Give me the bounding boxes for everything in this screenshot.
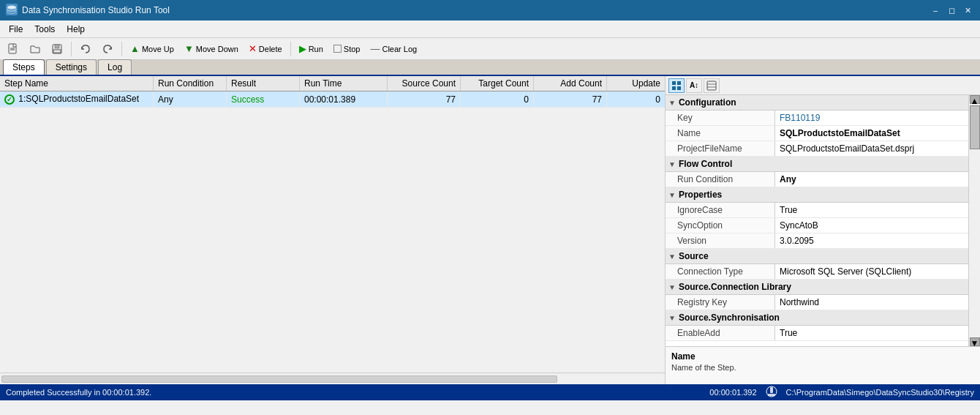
props-row-key: Key FB110119 <box>666 111 980 126</box>
restore-button[interactable]: ◻ <box>945 4 958 17</box>
toolbar-save-button[interactable] <box>47 41 67 57</box>
delete-button[interactable]: ✕ Delete <box>244 41 287 56</box>
props-row-run-condition: Run Condition Any <box>666 172 980 187</box>
col-header-runtime: Run Time <box>300 76 388 91</box>
props-row-version: Version 3.0.2095 <box>666 233 980 249</box>
run-button[interactable]: ▶ Run <box>295 41 328 56</box>
svg-rect-11 <box>677 81 681 85</box>
props-row-syncoption: SyncOption SyncAtoB <box>666 218 980 233</box>
props-info-panel: Name Name of the Step. <box>666 346 980 384</box>
svg-rect-19 <box>768 394 775 396</box>
props-vscrollbar[interactable]: ▲ ▼ <box>968 95 980 346</box>
row-runtime: 00:00:01.389 <box>300 92 388 107</box>
status-icon <box>766 386 777 399</box>
row-update: 0 <box>607 92 665 107</box>
status-time: 00:00:01.392 <box>709 388 756 397</box>
minimize-button[interactable]: – <box>929 4 942 17</box>
props-table: ▼ Configuration Key FB110119 Name SQLPro… <box>666 95 980 346</box>
hscroll-thumb[interactable] <box>1 375 557 383</box>
toolbar-redo-button[interactable] <box>97 41 118 57</box>
chevron-down-icon: ▼ <box>668 253 676 261</box>
col-header-result: Result <box>227 76 300 91</box>
props-sort-button[interactable]: A↕ <box>686 78 702 93</box>
chevron-down-icon: ▼ <box>668 191 676 199</box>
close-button[interactable]: ✕ <box>961 4 974 17</box>
props-row-connection-type: Connection Type Microsoft SQL Server (SQ… <box>666 264 980 280</box>
tab-steps[interactable]: Steps <box>3 59 45 75</box>
menu-file[interactable]: File <box>3 23 29 36</box>
menu-tools[interactable]: Tools <box>29 23 61 36</box>
tab-settings[interactable]: Settings <box>46 59 97 75</box>
col-header-add: Add Count <box>534 76 607 91</box>
props-section-properties[interactable]: ▼ Properties <box>666 187 980 203</box>
table-body: ✓ 1:SQLProductstoEmailDataSet Any Succes… <box>0 91 665 373</box>
col-header-target: Target Count <box>461 76 534 91</box>
table-row[interactable]: ✓ 1:SQLProductstoEmailDataSet Any Succes… <box>0 91 665 108</box>
props-section-source-connection-library[interactable]: ▼ Source.Connection Library <box>666 280 980 295</box>
status-bar: Completed Successfully in 00:00:01.392. … <box>0 384 980 400</box>
menu-help[interactable]: Help <box>61 23 91 36</box>
col-header-condition: Run Condition <box>154 76 227 91</box>
status-path: C:\ProgramData\Simego\DataSyncStudio30\R… <box>786 388 974 397</box>
clear-log-button[interactable]: — Clear Log <box>366 41 421 56</box>
row-target: 0 <box>461 92 534 107</box>
chevron-down-icon: ▼ <box>668 314 676 322</box>
col-header-update: Update <box>607 76 666 91</box>
toolbar-sep-2 <box>121 42 122 56</box>
toolbar-new-button[interactable] <box>3 41 23 57</box>
row-condition: Any <box>154 92 227 107</box>
toolbar-sep-1 <box>71 42 72 56</box>
props-section-flow-control[interactable]: ▼ Flow Control <box>666 157 980 172</box>
status-right: 00:00:01.392 C:\ProgramData\Simego\DataS… <box>709 386 974 399</box>
props-categorized-button[interactable] <box>668 78 685 93</box>
row-add: 77 <box>534 92 607 107</box>
svg-rect-9 <box>53 50 61 53</box>
svg-rect-14 <box>707 81 716 90</box>
props-toolbar: A↕ <box>666 76 980 95</box>
svg-rect-18 <box>770 387 773 393</box>
props-info-title: Name <box>671 351 974 362</box>
toolbar: ▲ Move Up ▼ Move Down ✕ Delete ▶ Run Sto… <box>0 38 980 60</box>
table-header: Step Name Run Condition Result Run Time … <box>0 76 665 91</box>
svg-rect-10 <box>672 81 676 85</box>
props-info-description: Name of the Step. <box>671 363 974 372</box>
row-result: Success <box>227 92 300 107</box>
stop-button[interactable]: Stop <box>329 42 365 56</box>
props-pages-button[interactable] <box>704 78 720 93</box>
row-source: 77 <box>388 92 461 107</box>
menu-bar: File Tools Help <box>0 20 980 38</box>
svg-rect-13 <box>677 86 681 90</box>
tabs-bar: Steps Settings Log <box>0 60 980 76</box>
svg-rect-12 <box>672 86 676 90</box>
properties-panel: A↕ ▼ Configuration Key FB110119 Name SQL… <box>666 76 980 384</box>
props-row-name: Name SQLProductstoEmailDataSet <box>666 126 980 141</box>
tab-log[interactable]: Log <box>98 59 132 75</box>
horizontal-scrollbar[interactable] <box>0 373 665 384</box>
props-section-configuration[interactable]: ▼ Configuration <box>666 95 980 111</box>
success-icon: ✓ <box>4 94 15 105</box>
props-row-ignorecase: IgnoreCase True <box>666 203 980 218</box>
chevron-down-icon: ▼ <box>668 283 676 291</box>
toolbar-sep-3 <box>290 42 291 56</box>
row-name: ✓ 1:SQLProductstoEmailDataSet <box>0 91 154 107</box>
props-section-source[interactable]: ▼ Source <box>666 249 980 264</box>
props-row-enableadd: EnableAdd True <box>666 326 980 341</box>
col-header-source: Source Count <box>388 76 461 91</box>
window-title: Data Synchronisation Studio Run Tool <box>22 5 170 15</box>
props-row-projectfilename: ProjectFileName SQLProductstoEmailDataSe… <box>666 141 980 157</box>
status-left-text: Completed Successfully in 00:00:01.392. <box>6 388 151 397</box>
steps-panel: Step Name Run Condition Result Run Time … <box>0 76 666 384</box>
chevron-down-icon: ▼ <box>668 160 676 168</box>
toolbar-open-button[interactable] <box>25 41 45 57</box>
col-header-name: Step Name <box>0 76 154 91</box>
chevron-down-icon: ▼ <box>668 99 676 107</box>
toolbar-undo-button[interactable] <box>75 41 96 57</box>
app-icon <box>6 4 18 18</box>
svg-rect-8 <box>55 45 59 48</box>
move-up-button[interactable]: ▲ Move Up <box>126 41 178 56</box>
props-section-source-synchronisation[interactable]: ▼ Source.Synchronisation <box>666 310 980 326</box>
title-bar: Data Synchronisation Studio Run Tool – ◻… <box>0 0 980 20</box>
props-row-registry-key: Registry Key Northwind <box>666 295 980 310</box>
move-down-button[interactable]: ▼ Move Down <box>180 41 243 56</box>
